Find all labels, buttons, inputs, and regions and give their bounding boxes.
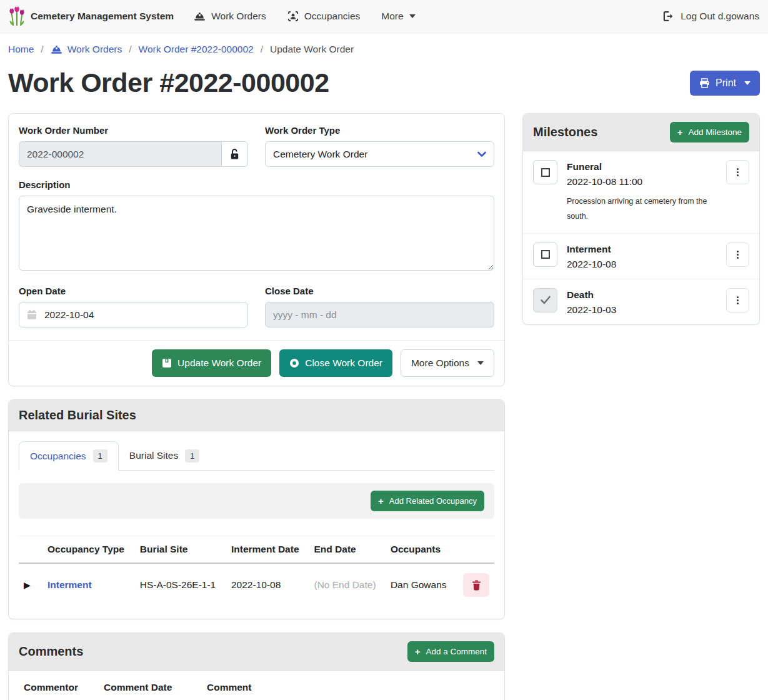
related-tabs: Occupancies 1 Burial Sites 1 <box>19 441 494 471</box>
breadcrumb-separator: / <box>129 44 131 55</box>
print-button[interactable]: Print <box>690 71 760 96</box>
column-header: Occupancy Type <box>42 536 135 564</box>
more-options-label: More Options <box>411 358 469 369</box>
end-date-cell: (No End Date) <box>309 563 385 606</box>
comments-title: Comments <box>19 644 83 659</box>
work-order-number-input[interactable] <box>19 141 221 167</box>
left-column: Work Order Number <box>8 113 505 700</box>
column-header: Interment Date <box>226 536 309 564</box>
add-comment-button[interactable]: + Add a Comment <box>407 641 494 662</box>
column-header: Burial Site <box>135 536 226 564</box>
add-milestone-label: Add Milestone <box>688 128 742 137</box>
logout-icon <box>662 11 675 22</box>
add-related-occupancy-button[interactable]: + Add Related Occupancy <box>371 491 484 511</box>
update-work-order-button[interactable]: Update Work Order <box>152 349 271 377</box>
column-header: End Date <box>309 536 385 564</box>
close-date-label: Close Date <box>265 286 494 296</box>
plus-icon: + <box>415 648 421 655</box>
right-column: Milestones + Add Milestone Funeral 2022-… <box>522 113 760 325</box>
occupancies-toolbar: + Add Related Occupancy <box>19 483 494 519</box>
checkbox-unchecked-icon <box>541 250 550 259</box>
open-date-field: Open Date <box>19 286 248 328</box>
comments-card: Comments + Add a Comment Commentor Comme… <box>8 632 505 700</box>
milestone-checkbox[interactable] <box>533 160 557 184</box>
milestone-title: Interment <box>567 244 717 255</box>
open-date-input[interactable] <box>19 302 248 328</box>
description-textarea[interactable]: Graveside interment. <box>19 196 494 271</box>
milestone-item: Funeral 2022-10-08 11:00 Procession arri… <box>523 151 759 234</box>
trash-icon <box>472 580 481 591</box>
save-icon <box>162 358 172 368</box>
form-footer: Update Work Order Close Work Order More … <box>9 340 504 386</box>
print-label: Print <box>716 78 736 89</box>
work-order-form-card: Work Order Number <box>8 113 505 386</box>
close-date-input[interactable] <box>265 302 494 328</box>
plus-icon: + <box>378 498 384 504</box>
tab-occupancies-label: Occupancies <box>30 451 86 462</box>
milestone-title: Funeral <box>567 161 717 172</box>
logout-button[interactable]: Log Out d.gowans <box>662 11 759 22</box>
milestone-checkbox[interactable] <box>533 242 557 267</box>
milestone-menu-button[interactable] <box>726 160 749 184</box>
milestone-title: Death <box>567 289 717 301</box>
nav-more-label: More <box>381 11 403 22</box>
chevron-down-icon <box>409 14 416 18</box>
related-burial-sites-card: Related Burial Sites Occupancies 1 Buria… <box>8 399 505 619</box>
actions-header <box>456 536 494 564</box>
tab-burial-sites[interactable]: Burial Sites 1 <box>119 441 211 470</box>
tulip-logo-icon <box>9 6 25 26</box>
nav-work-orders-label: Work Orders <box>211 11 266 22</box>
work-order-type-label: Work Order Type <box>265 125 494 136</box>
milestone-menu-button[interactable] <box>726 288 749 312</box>
column-header: Comment <box>202 674 405 700</box>
app-title: Cemetery Management System <box>31 11 174 22</box>
breadcrumb-work-orders[interactable]: Work Orders <box>51 44 122 55</box>
hard-hat-icon <box>194 11 206 21</box>
work-order-type-field: Work Order Type Cemetery Work Order <box>265 125 494 167</box>
expander-header <box>19 536 42 564</box>
nav-work-orders[interactable]: Work Orders <box>194 11 266 22</box>
top-navbar: Cemetery Management System Work Orders <box>0 0 768 33</box>
checkbox-unchecked-icon <box>541 168 550 177</box>
add-milestone-button[interactable]: + Add Milestone <box>670 122 749 142</box>
delete-occupancy-button[interactable] <box>463 573 489 597</box>
milestone-date: 2022-10-08 11:00 <box>567 176 717 188</box>
unlock-icon <box>229 148 240 160</box>
close-work-order-label: Close Work Order <box>305 358 382 369</box>
tab-occupancies[interactable]: Occupancies 1 <box>19 441 119 471</box>
more-options-button[interactable]: More Options <box>401 349 494 377</box>
caret-down-icon <box>744 81 751 85</box>
work-order-type-select[interactable]: Cemetery Work Order <box>265 141 494 167</box>
nav-links: Work Orders Occupancies More <box>194 11 662 22</box>
logout-label: Log Out d.gowans <box>681 11 759 22</box>
breadcrumb-work-order-number[interactable]: Work Order #2022-000002 <box>139 44 254 55</box>
plus-icon: + <box>677 129 683 136</box>
close-work-order-button[interactable]: Close Work Order <box>279 349 392 377</box>
milestone-checkbox[interactable] <box>533 288 557 312</box>
occupancy-type-link[interactable]: Interment <box>47 579 92 590</box>
page-title: Work Order #2022-000002 <box>8 68 329 98</box>
tab-burial-sites-count: 1 <box>185 449 199 462</box>
milestone-item: Death 2022-10-03 <box>523 279 759 324</box>
expand-row-button[interactable]: ▶ <box>19 563 42 606</box>
record-circle-icon <box>289 358 299 368</box>
column-header: Occupants <box>386 536 456 564</box>
milestones-title: Milestones <box>533 125 597 139</box>
nav-more[interactable]: More <box>381 11 415 22</box>
unlock-button[interactable] <box>221 141 248 167</box>
brand[interactable]: Cemetery Management System <box>9 6 174 26</box>
breadcrumb-home[interactable]: Home <box>8 44 34 55</box>
nav-occupancies[interactable]: Occupancies <box>287 11 361 22</box>
milestone-date: 2022-10-08 <box>567 259 717 270</box>
work-order-number-field: Work Order Number <box>19 125 248 167</box>
tab-burial-sites-label: Burial Sites <box>129 450 178 461</box>
related-burial-sites-title: Related Burial Sites <box>19 408 136 422</box>
work-order-number-label: Work Order Number <box>19 125 248 136</box>
milestone-menu-button[interactable] <box>726 242 749 267</box>
column-header: Comment Date <box>99 674 202 700</box>
actions-header <box>405 674 494 700</box>
burial-site-cell: HS-A-0S-26E-1-1 <box>135 563 226 606</box>
breadcrumb-separator: / <box>41 44 43 55</box>
printer-icon <box>699 78 710 88</box>
nav-occupancies-label: Occupancies <box>304 11 361 22</box>
